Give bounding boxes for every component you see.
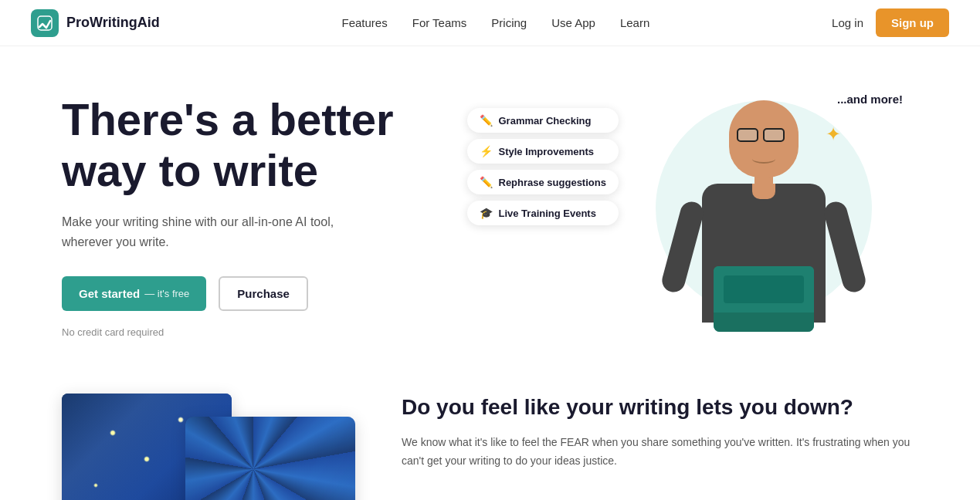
- badge-rephrase: ✏️ Rephrase suggestions: [467, 170, 619, 194]
- nav-pricing[interactable]: Pricing: [491, 16, 527, 29]
- brand-icon: [31, 9, 59, 37]
- login-button[interactable]: Log in: [832, 16, 863, 29]
- training-icon: 🎓: [480, 207, 493, 219]
- person-head: [729, 100, 799, 177]
- main-nav: Features For Teams Pricing Use App Learn: [342, 16, 650, 30]
- nav-for-teams[interactable]: For Teams: [412, 16, 467, 29]
- person-glasses: [737, 128, 791, 142]
- painting-front: [185, 417, 355, 500]
- hero-content: There's a better way to write Make your …: [62, 94, 490, 339]
- hero-subtitle: Make your writing shine with our all-in-…: [62, 212, 386, 252]
- style-icon: ⚡: [480, 145, 493, 157]
- section-two: My idea in my head Do you feel like your…: [0, 370, 980, 500]
- rephrase-icon: ✏️: [480, 176, 493, 188]
- hero-visual: ✏️ Grammar Checking ⚡ Style Improvements…: [490, 93, 919, 340]
- sparkle-icon: ✦: [826, 123, 841, 145]
- nav-learn[interactable]: Learn: [620, 16, 649, 29]
- badge-training: 🎓 Live Training Events: [467, 201, 619, 225]
- signup-button[interactable]: Sign up: [876, 8, 949, 37]
- badge-style: ⚡ Style Improvements: [467, 139, 619, 164]
- hero-section: There's a better way to write Make your …: [0, 46, 980, 370]
- feature-badges-container: ✏️ Grammar Checking ⚡ Style Improvements…: [467, 108, 619, 225]
- laptop: [714, 266, 814, 332]
- section-two-content: Do you feel like your writing lets you d…: [402, 386, 918, 471]
- hero-title: There's a better way to write: [62, 94, 490, 197]
- navbar-actions: Log in Sign up: [832, 8, 949, 37]
- no-credit-card-text: No credit card required: [62, 326, 490, 338]
- nav-features[interactable]: Features: [342, 16, 388, 29]
- hero-actions: Get started — it's free Purchase: [62, 276, 490, 311]
- painting-stack: My idea in my head: [62, 386, 340, 500]
- nav-use-app[interactable]: Use App: [551, 16, 595, 29]
- badge-grammar: ✏️ Grammar Checking: [467, 108, 619, 133]
- get-started-button[interactable]: Get started — it's free: [62, 276, 206, 311]
- brand-name: ProWritingAid: [66, 15, 160, 31]
- section-two-body: We know what it's like to feel the FEAR …: [402, 434, 918, 471]
- section-two-title: Do you feel like your writing lets you d…: [402, 394, 918, 421]
- purchase-button[interactable]: Purchase: [219, 276, 308, 311]
- grammar-icon: ✏️: [480, 114, 493, 127]
- navbar: ProWritingAid Features For Teams Pricing…: [0, 0, 980, 46]
- brand-logo[interactable]: ProWritingAid: [31, 9, 160, 37]
- section-two-visual: My idea in my head: [62, 386, 340, 500]
